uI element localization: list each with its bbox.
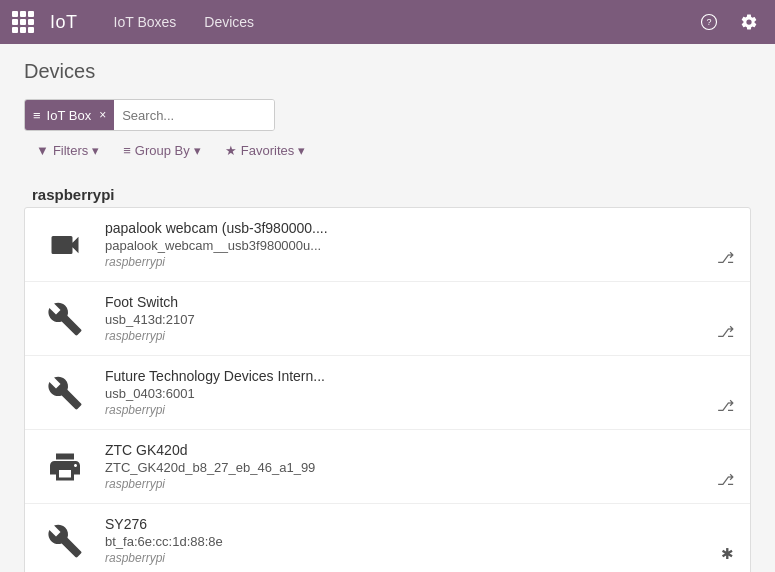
search-tag-icon: ≡ [33, 108, 41, 123]
device-wrench-icon [41, 295, 89, 343]
device-info: SY276 bt_fa:6e:cc:1d:88:8e raspberrypi [105, 516, 734, 565]
device-info: papalook webcam (usb-3f980000.... papalo… [105, 220, 734, 269]
search-tag-label: IoT Box [47, 108, 92, 123]
group-by-label: Group By [135, 143, 190, 158]
filters-label: Filters [53, 143, 88, 158]
device-row[interactable]: ZTC GK420d ZTC_GK420d_b8_27_eb_46_a1_99 … [25, 430, 750, 504]
favorites-label: Favorites [241, 143, 294, 158]
device-wrench-icon [41, 517, 89, 565]
group-by-icon: ≡ [123, 143, 131, 158]
favorites-star-icon: ★ [225, 143, 237, 158]
device-row[interactable]: Future Technology Devices Intern... usb_… [25, 356, 750, 430]
device-name: papalook webcam (usb-3f980000.... [105, 220, 734, 236]
device-name: ZTC GK420d [105, 442, 734, 458]
device-printer-icon [41, 443, 89, 491]
device-row[interactable]: Foot Switch usb_413d:2107 raspberrypi [25, 282, 750, 356]
device-name: Foot Switch [105, 294, 734, 310]
device-host: raspberrypi [105, 403, 734, 417]
help-icon[interactable]: ? [695, 8, 723, 36]
grid-menu-icon[interactable] [12, 11, 34, 33]
search-tag-close[interactable]: × [99, 108, 106, 122]
device-info: Future Technology Devices Intern... usb_… [105, 368, 734, 417]
device-host: raspberrypi [105, 477, 734, 491]
svg-text:?: ? [706, 17, 711, 27]
section-header: raspberrypi [24, 182, 751, 207]
filters-button[interactable]: ▼ Filters ▾ [26, 139, 109, 162]
topbar-nav: IoT Boxes Devices [102, 10, 679, 34]
usb-connection-icon [717, 471, 734, 489]
device-id: papalook_webcam__usb3f980000u... [105, 238, 734, 253]
group-by-button[interactable]: ≡ Group By ▾ [113, 139, 211, 162]
search-tag: ≡ IoT Box × [25, 100, 114, 130]
device-row[interactable]: papalook webcam (usb-3f980000.... papalo… [25, 208, 750, 282]
device-name: SY276 [105, 516, 734, 532]
search-area: ≡ IoT Box × [24, 99, 751, 131]
device-info: ZTC GK420d ZTC_GK420d_b8_27_eb_46_a1_99 … [105, 442, 734, 491]
device-info: Foot Switch usb_413d:2107 raspberrypi [105, 294, 734, 343]
device-host: raspberrypi [105, 329, 734, 343]
device-wrench-icon [41, 369, 89, 417]
device-host: raspberrypi [105, 255, 734, 269]
favorites-chevron-icon: ▾ [298, 143, 305, 158]
bluetooth-connection-icon [721, 545, 734, 563]
nav-iot-boxes[interactable]: IoT Boxes [102, 10, 189, 34]
device-row[interactable]: SY276 bt_fa:6e:cc:1d:88:8e raspberrypi [25, 504, 750, 572]
device-id: bt_fa:6e:cc:1d:88:8e [105, 534, 734, 549]
nav-devices[interactable]: Devices [192, 10, 266, 34]
search-bar: ≡ IoT Box × [24, 99, 275, 131]
device-host: raspberrypi [105, 551, 734, 565]
device-id: ZTC_GK420d_b8_27_eb_46_a1_99 [105, 460, 734, 475]
page-title: Devices [24, 60, 751, 83]
device-webcam-icon [41, 221, 89, 269]
usb-connection-icon [717, 397, 734, 415]
filter-bar: ▼ Filters ▾ ≡ Group By ▾ ★ Favorites ▾ [24, 139, 751, 162]
search-input[interactable] [114, 100, 274, 130]
settings-icon[interactable] [735, 8, 763, 36]
device-id: usb_413d:2107 [105, 312, 734, 327]
device-id: usb_0403:6001 [105, 386, 734, 401]
main-content: Devices ≡ IoT Box × ▼ Filters ▾ ≡ Group … [0, 44, 775, 572]
usb-connection-icon [717, 249, 734, 267]
topbar: IoT IoT Boxes Devices ? [0, 0, 775, 44]
usb-connection-icon [717, 323, 734, 341]
device-name: Future Technology Devices Intern... [105, 368, 734, 384]
topbar-right: ? [695, 8, 763, 36]
device-list: papalook webcam (usb-3f980000.... papalo… [24, 207, 751, 572]
group-by-chevron-icon: ▾ [194, 143, 201, 158]
app-title: IoT [50, 12, 78, 33]
filters-chevron-icon: ▾ [92, 143, 99, 158]
favorites-button[interactable]: ★ Favorites ▾ [215, 139, 315, 162]
filter-funnel-icon: ▼ [36, 143, 49, 158]
